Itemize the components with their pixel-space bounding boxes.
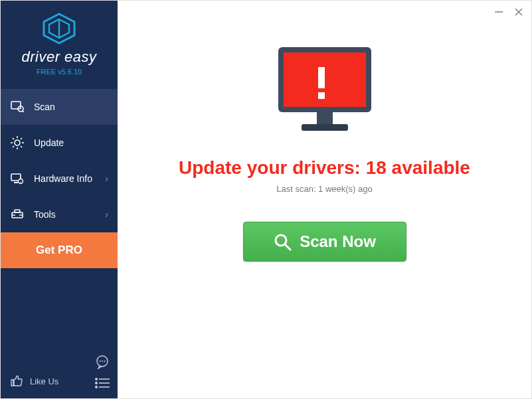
svg-point-27 [96, 378, 97, 380]
get-pro-button[interactable]: Get PRO [1, 232, 118, 268]
svg-rect-20 [15, 210, 20, 212]
last-scan-text: Last scan: 1 week(s) ago [276, 184, 373, 194]
menu-icon[interactable] [95, 378, 110, 390]
scan-icon [10, 100, 25, 114]
tools-icon [10, 207, 25, 222]
svg-rect-41 [302, 124, 348, 131]
svg-point-29 [96, 382, 97, 384]
svg-rect-39 [318, 92, 325, 99]
svg-line-13 [21, 138, 22, 139]
nav-label: Tools [34, 209, 56, 220]
svg-point-6 [15, 140, 20, 145]
window-controls [494, 7, 523, 18]
main-panel: Update your drivers: 18 available Last s… [118, 1, 531, 398]
svg-point-26 [104, 360, 106, 362]
app-logo-icon [41, 13, 77, 44]
nav-item-hardware-info[interactable]: i Hardware Info › [1, 161, 118, 197]
svg-rect-40 [317, 112, 333, 124]
headline: Update your drivers: 18 available [179, 157, 470, 179]
svg-point-24 [100, 360, 101, 362]
chevron-right-icon: › [105, 173, 108, 184]
sidebar-bottom: Like Us [1, 364, 118, 398]
sidebar: driver easy FREE v5.6.10 Scan Update i H… [1, 1, 118, 398]
available-count: 18 [366, 157, 387, 178]
logo-area: driver easy FREE v5.6.10 [1, 1, 118, 84]
gear-icon [10, 135, 25, 150]
app-version: FREE v5.6.10 [1, 68, 118, 76]
headline-prefix: Update your drivers: [179, 157, 366, 178]
thumbs-up-icon[interactable] [10, 374, 23, 389]
nav-label: Update [34, 137, 64, 148]
svg-rect-16 [14, 182, 18, 183]
svg-line-14 [13, 146, 14, 147]
get-pro-label: Get PRO [36, 244, 82, 257]
svg-rect-38 [318, 67, 325, 88]
svg-line-5 [23, 111, 24, 112]
like-us-label[interactable]: Like Us [30, 376, 58, 386]
nav: Scan Update i Hardware Info › Tools › Ge… [1, 89, 118, 268]
svg-rect-3 [11, 102, 21, 109]
hardware-icon: i [10, 171, 25, 186]
search-icon [273, 232, 292, 251]
nav-item-update[interactable]: Update [1, 125, 118, 161]
svg-line-12 [21, 146, 22, 147]
svg-line-43 [285, 244, 290, 250]
nav-item-scan[interactable]: Scan [1, 89, 118, 125]
nav-item-tools[interactable]: Tools › [1, 197, 118, 232]
nav-label: Hardware Info [34, 173, 92, 184]
alert-monitor-icon [265, 40, 385, 143]
feedback-icon[interactable] [95, 355, 110, 371]
svg-point-25 [102, 360, 103, 362]
close-button[interactable] [514, 7, 523, 18]
scan-now-label: Scan Now [300, 232, 376, 251]
headline-suffix: available [387, 157, 470, 178]
chevron-right-icon: › [105, 209, 108, 220]
svg-point-31 [96, 386, 97, 388]
svg-line-11 [13, 138, 14, 139]
minimize-button[interactable] [494, 7, 503, 18]
svg-text:i: i [20, 180, 21, 184]
app-name: driver easy [1, 48, 118, 66]
scan-now-button[interactable]: Scan Now [243, 222, 406, 262]
nav-label: Scan [34, 102, 55, 112]
